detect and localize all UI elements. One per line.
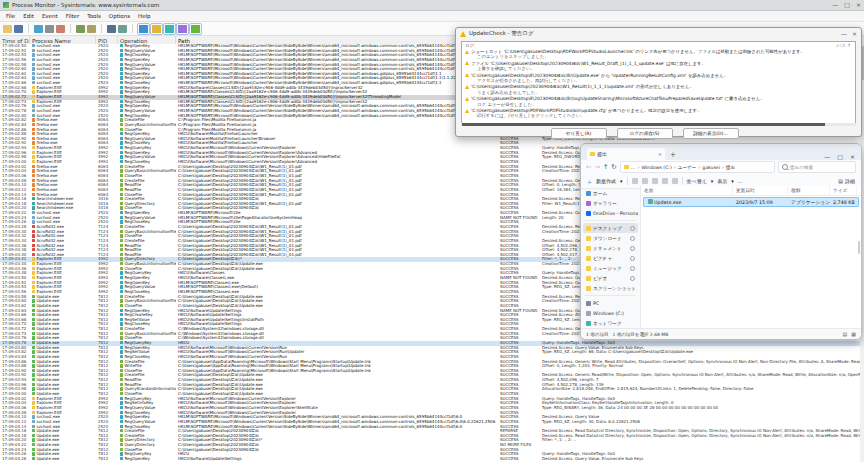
include-process-icon[interactable]	[107, 25, 116, 33]
procmon-maximize-icon[interactable]: □	[844, 2, 850, 8]
sort-button[interactable]: 並べ替え	[687, 178, 707, 184]
procmon-titlebar[interactable]: Process Monitor - Sysinternals: www.sysi…	[0, 0, 864, 11]
sort-label[interactable]: パス ↑	[837, 43, 851, 48]
process-icon	[32, 271, 35, 274]
highlight-icon[interactable]	[87, 25, 96, 33]
operation-icon	[120, 86, 123, 89]
process-tree-icon[interactable]	[118, 25, 127, 33]
process-icon	[32, 230, 35, 233]
sidebar-item-ミュージック[interactable]: ミュージック	[583, 263, 638, 273]
clear-icon[interactable]	[56, 25, 65, 33]
cut-icon[interactable]	[632, 178, 638, 184]
menu-item-help[interactable]: Help	[134, 13, 155, 19]
sidebar-item-ビデオ[interactable]: ビデオ	[583, 273, 638, 283]
sidebar-item-ダウンロード[interactable]: ダウンロード	[583, 233, 638, 243]
rename-icon[interactable]	[662, 178, 668, 184]
warning-entry[interactable]: 'C:\Users\gakusei\Desktop\20230904提出\W1_…	[462, 83, 855, 95]
menu-item-event[interactable]: Event	[38, 13, 62, 19]
up-icon[interactable]: ↑	[603, 164, 608, 170]
autoscroll-icon[interactable]	[45, 25, 54, 33]
sidebar-item-pc[interactable]: PC	[583, 298, 638, 308]
paste-icon[interactable]	[652, 178, 658, 184]
menu-item-options[interactable]: Options	[105, 13, 134, 19]
breadcrumb-item[interactable]: gakusei	[702, 165, 720, 170]
dialog-close-icon[interactable]: ×	[852, 30, 857, 37]
table-row[interactable]: 17:09:04.28Update.exe7812RegOpenKeyHKCU\…	[0, 457, 864, 462]
new-tab-button[interactable]: +	[670, 150, 676, 160]
copy-icon[interactable]	[642, 178, 648, 184]
breadcrumb-item[interactable]: ユーザー	[678, 165, 697, 170]
warning-entry[interactable]: 'C:\Users\gakusei\Desktop\E\20230904提出(B…	[462, 72, 855, 84]
list-view-icon[interactable]: ▤	[843, 331, 848, 337]
dialog-button-1[interactable]: ログの保存(S)	[617, 128, 673, 139]
menu-item-file[interactable]: File	[2, 13, 19, 19]
forward-icon[interactable]: →	[594, 164, 599, 170]
filter-icon[interactable]	[76, 25, 85, 33]
new-button[interactable]: 新規作成	[596, 178, 616, 184]
sidebar-item-windows-(c:)[interactable]: Windows (C:)	[583, 308, 638, 318]
tab-close-icon[interactable]: ×	[658, 151, 662, 157]
sidebar-item-デスクトップ[interactable]: デスクトップ	[583, 223, 638, 233]
save-icon[interactable]	[14, 25, 23, 33]
dialog-titlebar[interactable]: UpdateCheck - 警告ログ —×	[456, 28, 861, 39]
explorer-scrollbar[interactable]	[858, 241, 861, 254]
sidebar-item-スクリーンショット[interactable]: スクリーンショット	[583, 283, 638, 293]
scrollbar-thumb[interactable]	[462, 123, 825, 126]
breadcrumb[interactable]: …›Windows (C:)›ユーザー›gakusei›提出	[620, 161, 775, 173]
sidebar-item-label: ビデオ	[593, 275, 607, 281]
filesystem-class-icon[interactable]	[151, 24, 162, 34]
operation-icon	[120, 202, 123, 205]
file-column-header[interactable]: 名前	[641, 186, 733, 195]
menu-item-tools[interactable]: Tools	[83, 13, 105, 19]
procmon-close-icon[interactable]: ×	[856, 2, 861, 8]
sidebar-item-ホーム[interactable]: ホーム	[583, 188, 638, 198]
process-icon	[32, 262, 35, 265]
more-button[interactable]: …	[738, 178, 743, 184]
menu-item-edit[interactable]: Edit	[19, 13, 38, 19]
breadcrumb-item[interactable]: Windows (C:)	[641, 165, 671, 170]
refresh-icon[interactable]: ↻	[611, 164, 616, 170]
dialog-horizontal-scrollbar[interactable]	[461, 123, 856, 126]
open-file-icon[interactable]	[3, 25, 12, 33]
procmon-minimize-icon[interactable]: —	[832, 2, 838, 8]
search-input[interactable]: 提出の検索	[778, 161, 856, 173]
operation-icon	[120, 234, 123, 237]
capture-icon[interactable]	[34, 25, 43, 33]
sidebar-item-onedrive---personal[interactable]: OneDrive - Personal	[583, 208, 638, 218]
warning-entry[interactable]: ファイル 'C:\Users\gakusei\Desktop\20230904提…	[462, 60, 855, 72]
file-column-header[interactable]: サイズ	[830, 186, 857, 195]
profiling-class-icon[interactable]	[190, 24, 201, 34]
explorer-tab[interactable]: 提出 ×	[587, 148, 665, 160]
sidebar-item-ネットワーク[interactable]: ネットワーク	[583, 318, 638, 328]
process-class-icon[interactable]	[177, 24, 188, 34]
explorer-maximize-icon[interactable]: □	[837, 153, 843, 160]
warning-entry[interactable]: 'C:\Users\gakusei\Desktop\E\20230904提出(B…	[462, 95, 855, 107]
network-class-icon[interactable]	[164, 24, 175, 34]
sidebar-item-ギャラリー[interactable]: ギャラリー	[583, 198, 638, 208]
cell-time: 17:09:04.28	[0, 457, 30, 462]
delete-icon[interactable]	[672, 178, 678, 184]
process-icon	[32, 295, 35, 298]
breadcrumb-item[interactable]: …	[631, 165, 636, 170]
dialog-minimize-icon[interactable]: —	[841, 30, 847, 37]
explorer-minimize-icon[interactable]: —	[824, 153, 830, 160]
dialog-button-2[interactable]: 詳細の表示(D)...	[683, 128, 739, 139]
sidebar-item-ピクチャ[interactable]: ピクチャ	[583, 253, 638, 263]
dialog-button-0[interactable]: やり直し(R)	[551, 128, 607, 139]
file-row[interactable]: Update.exe2023/9/7 15:09アプリケーション2,748 KB	[643, 197, 859, 207]
file-column-header[interactable]: 種類	[788, 186, 830, 195]
breadcrumb-item[interactable]: 提出	[726, 165, 735, 170]
warning-entry[interactable]: ショートカット 'C:\Users\gakusei\Desktop\PDFWor…	[462, 48, 855, 60]
grid-view-icon[interactable]: ▦	[851, 331, 856, 337]
registry-class-icon[interactable]	[138, 24, 149, 34]
file-column-header[interactable]: 更新日時	[733, 186, 788, 195]
operation-icon	[120, 49, 123, 52]
view-button[interactable]: 表示	[717, 178, 727, 184]
warning-entry[interactable]: 'C:\Users\gakusei\Desktop\PDFWorkPDFStud…	[462, 107, 855, 119]
details-pane-button[interactable]: 詳細	[845, 178, 855, 184]
back-icon[interactable]: ←	[586, 164, 591, 170]
explorer-close-icon[interactable]: ×	[850, 153, 855, 160]
menu-item-filter[interactable]: Filter	[62, 13, 84, 19]
warning-list[interactable]: ログ: パス ↑ ショートカット 'C:\Users\gakusei\Deskt…	[461, 41, 856, 124]
sidebar-item-ドキュメント[interactable]: ドキュメント	[583, 243, 638, 253]
